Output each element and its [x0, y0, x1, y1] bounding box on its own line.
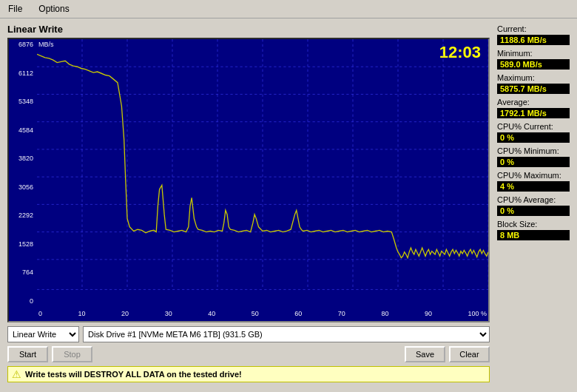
control-row-2: Start Stop Save Clear	[7, 346, 490, 362]
start-button[interactable]: Start	[7, 346, 48, 362]
y-label: 1528	[9, 240, 36, 248]
x-label: 70	[338, 310, 345, 317]
x-label: 90	[425, 310, 432, 317]
options-menu[interactable]: Options	[34, 2, 73, 16]
stop-button[interactable]: Stop	[52, 346, 92, 362]
warning-row: ⚠ Write tests will DESTROY ALL DATA on t…	[7, 366, 490, 382]
y-axis: 6876 6112 5348 4584 3820 3056 2292 1528 …	[9, 39, 37, 306]
chart-svg	[37, 39, 488, 306]
x-label: 80	[381, 310, 388, 317]
x-label: 100 %	[468, 310, 487, 317]
chart-area	[37, 39, 488, 306]
chart-container: MB/s 12:03 6876 6112 5348 4584 3820 3056…	[7, 38, 490, 322]
x-axis: 0 10 20 30 40 50 60 70 80 90 100 %	[37, 306, 488, 321]
cpu-minimum-value: 0 %	[497, 157, 570, 167]
y-label: 6876	[9, 41, 36, 48]
cpu-minimum-label: CPU% Minimum:	[497, 146, 570, 155]
cpu-average-label: CPU% Average:	[497, 195, 570, 204]
control-row-1: Linear Write Random Write Linear Read Ra…	[7, 326, 490, 342]
right-panel: Current: 1188.6 MB/s Minimum: 589.0 MB/s…	[493, 22, 573, 386]
test-type-select[interactable]: Linear Write Random Write Linear Read Ra…	[7, 326, 79, 342]
x-label: 0	[38, 310, 42, 317]
y-label: 5348	[9, 98, 36, 105]
file-menu[interactable]: File	[4, 2, 27, 16]
cpu-average-value: 0 %	[497, 206, 570, 216]
y-label: 3056	[9, 183, 36, 191]
block-size-value: 8 MB	[497, 230, 570, 240]
main-area: Linear Write MB/s 12:03 6876 6112 5348 4…	[0, 18, 577, 390]
drive-select[interactable]: Disk Drive #1 [NVMe META M6 1TB] (931.5 …	[83, 326, 490, 342]
menu-bar: File Options	[0, 0, 577, 18]
y-label: 3820	[9, 155, 36, 162]
maximum-label: Maximum:	[497, 73, 570, 82]
cpu-current-value: 0 %	[497, 132, 570, 143]
warning-text: Write tests will DESTROY ALL DATA on the…	[25, 370, 242, 379]
x-label: 10	[78, 310, 86, 317]
left-panel: Linear Write MB/s 12:03 6876 6112 5348 4…	[4, 22, 493, 386]
bottom-controls: Linear Write Random Write Linear Read Ra…	[4, 322, 493, 386]
clear-button[interactable]: Clear	[449, 346, 490, 362]
block-size-label: Block Size:	[497, 220, 570, 229]
cpu-current-label: CPU% Current:	[497, 122, 570, 131]
average-value: 1792.1 MB/s	[497, 108, 570, 118]
minimum-value: 589.0 MB/s	[497, 59, 570, 70]
maximum-value: 5875.7 MB/s	[497, 84, 570, 94]
x-label: 50	[252, 310, 259, 317]
x-label: 40	[208, 310, 215, 317]
y-label: 6112	[9, 70, 36, 77]
x-label: 20	[121, 310, 129, 317]
current-value: 1188.6 MB/s	[497, 35, 570, 45]
y-label: 764	[9, 268, 36, 276]
cpu-maximum-value: 4 %	[497, 181, 570, 192]
cpu-maximum-label: CPU% Maximum:	[497, 171, 570, 180]
x-label: 30	[165, 310, 172, 317]
save-button[interactable]: Save	[405, 346, 445, 362]
warning-icon: ⚠	[12, 368, 21, 380]
y-label: 4584	[9, 126, 36, 134]
current-label: Current:	[497, 24, 570, 33]
chart-title: Linear Write	[4, 22, 493, 38]
y-label: 2292	[9, 212, 36, 219]
average-label: Average:	[497, 98, 570, 107]
y-label: 0	[9, 297, 36, 305]
x-label: 60	[294, 310, 302, 317]
minimum-label: Minimum:	[497, 49, 570, 58]
